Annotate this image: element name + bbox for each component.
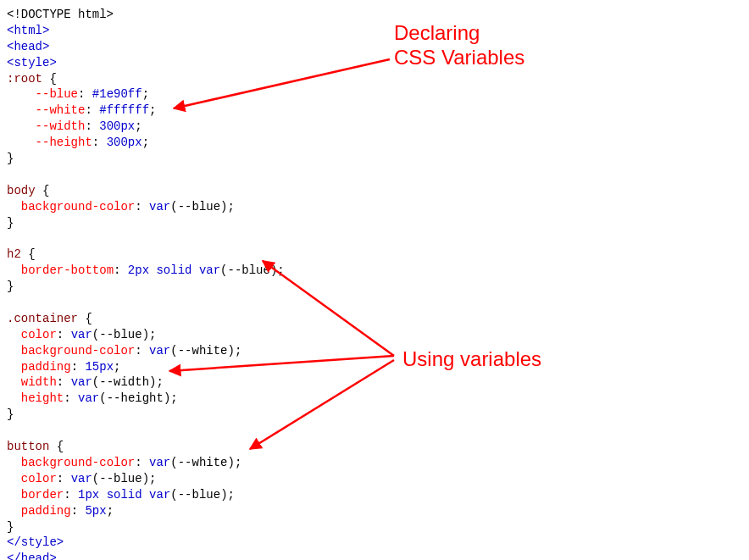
code-line: }: [7, 408, 14, 421]
code-line: --height: 300px;: [7, 136, 149, 149]
code-line: <head>: [7, 40, 49, 53]
code-line: :root {: [7, 72, 57, 86]
code-line: body {: [7, 184, 49, 197]
code-line: <style>: [7, 56, 57, 69]
code-line: </style>: [7, 535, 64, 549]
code-line: color: var(--blue);: [7, 472, 157, 485]
annotation-declaring: Declaring CSS Variables: [394, 21, 524, 70]
code-line: h2 {: [7, 247, 36, 261]
code-block: <!DOCTYPE html> <html> <head> <style> :r…: [7, 7, 742, 560]
code-line: width: var(--width);: [7, 375, 164, 389]
code-line: color: var(--blue);: [7, 328, 157, 341]
code-line: --blue: #1e90ff;: [7, 87, 149, 101]
code-line: background-color: var(--blue);: [7, 200, 235, 213]
code-line: height: var(--height);: [7, 391, 178, 405]
code-line: <!DOCTYPE html>: [7, 8, 114, 21]
code-line: button {: [7, 440, 64, 453]
code-line: --width: 300px;: [7, 119, 142, 133]
code-line: }: [7, 520, 14, 534]
code-line: border: 1px solid var(--blue);: [7, 488, 235, 502]
code-line: padding: 5px;: [7, 504, 114, 518]
annotation-using: Using variables: [402, 347, 541, 372]
code-line: background-color: var(--white);: [7, 344, 241, 358]
code-line: background-color: var(--white);: [7, 456, 241, 469]
code-line: <html>: [7, 24, 49, 37]
code-line: padding: 15px;: [7, 360, 120, 374]
code-line: border-bottom: 2px solid var(--blue);: [7, 263, 285, 277]
code-line: .container {: [7, 312, 92, 325]
code-line: </head>: [7, 552, 57, 560]
code-line: }: [7, 280, 14, 293]
code-line: }: [7, 152, 14, 165]
code-line: }: [7, 216, 14, 230]
code-line: --white: #ffffff;: [7, 103, 156, 117]
